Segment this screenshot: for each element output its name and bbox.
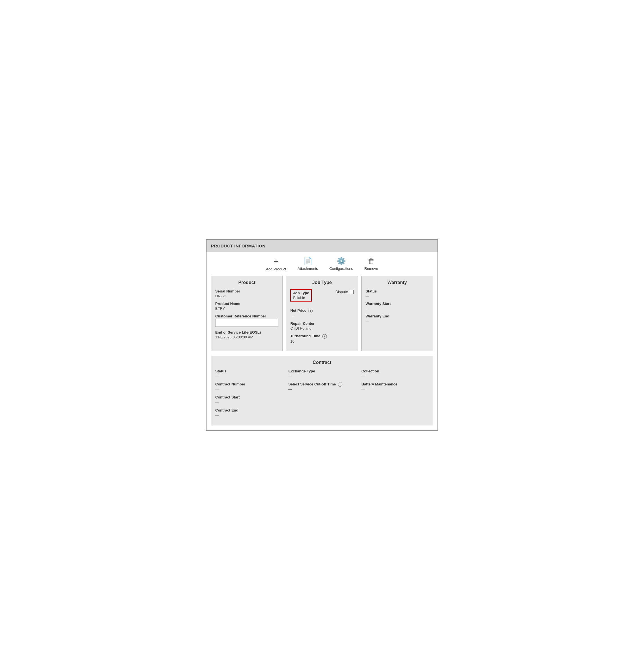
warranty-panel-title: Warranty bbox=[366, 280, 429, 285]
net-price-value: — bbox=[290, 314, 354, 318]
net-price-info-icon: i bbox=[308, 309, 313, 313]
product-panel-title: Product bbox=[215, 280, 278, 285]
section-header: PRODUCT INFORMATION bbox=[206, 240, 438, 252]
warranty-end-label: Warranty End bbox=[366, 314, 429, 318]
exchange-type-field: Exchange Type — bbox=[288, 369, 356, 378]
remove-button[interactable]: 🗑 Remove bbox=[365, 257, 378, 271]
attachments-label: Attachments bbox=[298, 266, 318, 271]
eosl-label: End of Service Life(EOSL) bbox=[215, 330, 278, 334]
warranty-status-value: — bbox=[366, 294, 429, 298]
contract-number-label: Contract Number bbox=[215, 382, 283, 386]
contract-end-label: Contract End bbox=[215, 408, 283, 412]
turnaround-info-icon: i bbox=[322, 334, 327, 339]
job-type-panel-title: Job Type bbox=[290, 280, 354, 285]
service-cutoff-info-icon: i bbox=[338, 382, 342, 387]
attachments-button[interactable]: 📄 Attachments bbox=[298, 257, 318, 271]
battery-maintenance-value: — bbox=[361, 387, 429, 391]
remove-icon: 🗑 bbox=[368, 257, 375, 265]
service-cutoff-field: Select Service Cut-off Time i — bbox=[288, 382, 356, 392]
section-title: PRODUCT INFORMATION bbox=[211, 243, 266, 248]
job-type-value: Billable bbox=[293, 296, 309, 300]
warranty-start-label: Warranty Start bbox=[366, 302, 429, 306]
repair-center-label: Repair Center bbox=[290, 321, 354, 326]
collection-value: — bbox=[361, 374, 429, 378]
service-cutoff-label: Select Service Cut-off Time i bbox=[288, 382, 356, 387]
service-cutoff-value: — bbox=[288, 387, 356, 391]
job-type-highlighted-box[interactable]: Job Type Billable bbox=[290, 289, 312, 302]
product-name-label: Product Name bbox=[215, 302, 278, 306]
add-product-icon: + bbox=[274, 257, 278, 265]
collection-field: Collection — bbox=[361, 369, 429, 378]
configurations-button[interactable]: ⚙️ Configurations bbox=[329, 257, 353, 271]
three-panels-row: Product Serial Number UN- -1 Product Nam… bbox=[206, 276, 438, 356]
remove-label: Remove bbox=[365, 266, 378, 271]
net-price-label: Net Price i bbox=[290, 308, 354, 313]
contract-status-field: Status — bbox=[215, 369, 283, 378]
job-type-panel: Job Type Job Type Billable Dispute Net P… bbox=[286, 276, 358, 351]
contract-section: Contract Status — Contract Number — Cont… bbox=[206, 356, 438, 430]
add-product-button[interactable]: + Add Product bbox=[266, 257, 286, 271]
customer-ref-input[interactable] bbox=[215, 319, 278, 327]
contract-col1: Status — Contract Number — Contract Star… bbox=[215, 369, 283, 421]
warranty-end-value: — bbox=[366, 319, 429, 323]
contract-grid: Status — Contract Number — Contract Star… bbox=[215, 369, 429, 421]
warranty-start-value: — bbox=[366, 306, 429, 311]
warranty-status-label: Status bbox=[366, 289, 429, 293]
turnaround-label: Turnaround Time i bbox=[290, 334, 354, 339]
contract-start-field: Contract Start — bbox=[215, 395, 283, 404]
attachments-icon: 📄 bbox=[303, 257, 312, 265]
serial-number-label: Serial Number bbox=[215, 289, 278, 293]
exchange-type-label: Exchange Type bbox=[288, 369, 356, 373]
add-product-label: Add Product bbox=[266, 267, 286, 271]
serial-number-value: UN- -1 bbox=[215, 294, 278, 298]
contract-box: Contract Status — Contract Number — Cont… bbox=[211, 356, 433, 425]
job-type-label: Job Type bbox=[293, 291, 309, 295]
contract-end-value: — bbox=[215, 413, 283, 417]
contract-end-field: Contract End — bbox=[215, 408, 283, 417]
contract-title: Contract bbox=[215, 360, 429, 365]
configurations-icon: ⚙️ bbox=[337, 257, 346, 265]
warranty-panel: Warranty Status — Warranty Start — Warra… bbox=[361, 276, 433, 351]
contract-status-value: — bbox=[215, 374, 283, 378]
job-type-dispute-row: Job Type Billable Dispute bbox=[290, 289, 354, 305]
contract-status-label: Status bbox=[215, 369, 283, 373]
contract-start-value: — bbox=[215, 400, 283, 404]
product-panel: Product Serial Number UN- -1 Product Nam… bbox=[211, 276, 283, 351]
product-name-value: BTRY- bbox=[215, 306, 278, 311]
repair-center-value: CTDI Poland bbox=[290, 326, 354, 331]
product-information-panel: PRODUCT INFORMATION + Add Product 📄 Atta… bbox=[206, 240, 438, 430]
contract-col3: Collection — Battery Maintenance — bbox=[361, 369, 429, 421]
customer-ref-label: Customer Reference Number bbox=[215, 314, 278, 318]
battery-maintenance-label: Battery Maintenance bbox=[361, 382, 429, 386]
turnaround-value: 10 bbox=[290, 339, 354, 344]
dispute-section: Dispute bbox=[335, 289, 354, 294]
battery-maintenance-field: Battery Maintenance — bbox=[361, 382, 429, 391]
dispute-label: Dispute bbox=[335, 290, 348, 294]
dispute-checkbox[interactable] bbox=[350, 290, 354, 294]
contract-col2: Exchange Type — Select Service Cut-off T… bbox=[288, 369, 356, 421]
configurations-label: Configurations bbox=[329, 266, 353, 271]
eosl-value: 11/8/2026 05:00:00 AM bbox=[215, 335, 278, 339]
exchange-type-value: — bbox=[288, 374, 356, 378]
contract-number-field: Contract Number — bbox=[215, 382, 283, 391]
collection-label: Collection bbox=[361, 369, 429, 373]
contract-number-value: — bbox=[215, 387, 283, 391]
toolbar: + Add Product 📄 Attachments ⚙️ Configura… bbox=[206, 252, 438, 276]
contract-start-label: Contract Start bbox=[215, 395, 283, 399]
